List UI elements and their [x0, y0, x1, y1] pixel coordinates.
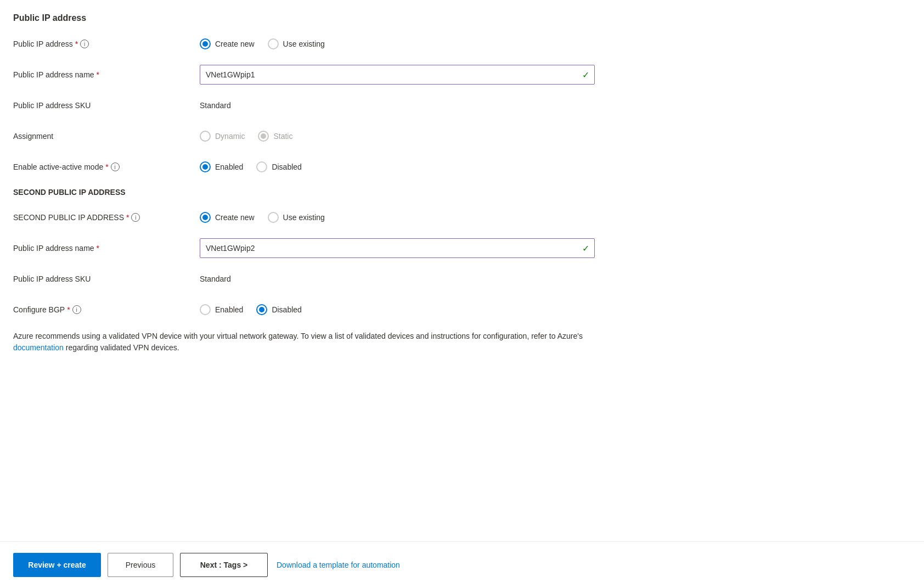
required-star-5: * — [97, 244, 99, 253]
public-ip-create-new-option[interactable]: Create new — [200, 38, 255, 49]
info-text-block: Azure recommends using a validated VPN d… — [13, 331, 617, 354]
public-ip-radio-group: Create new Use existing — [200, 38, 325, 49]
assignment-dynamic-radio[interactable] — [200, 131, 211, 142]
active-active-disabled-label: Disabled — [272, 163, 301, 171]
assignment-row: Assignment Dynamic Static — [13, 126, 636, 146]
active-active-label: Enable active-active mode * i — [13, 163, 200, 171]
configure-bgp-label-text: Configure BGP — [13, 305, 65, 314]
required-star-3: * — [105, 163, 108, 171]
active-active-control: Enabled Disabled — [200, 161, 636, 172]
footer: Review + create Previous Next : Tags > D… — [0, 541, 924, 588]
required-star-2: * — [97, 70, 99, 79]
public-ip-use-existing-label: Use existing — [283, 40, 325, 48]
public-ip-name-row: Public IP address name * ✓ — [13, 65, 636, 85]
public-ip-sku-label: Public IP address SKU — [13, 101, 200, 110]
public-ip-sku-control: Standard — [200, 101, 636, 110]
assignment-label: Assignment — [13, 132, 200, 141]
public-ip-address-row: Public IP address * i Create new Use exi… — [13, 34, 636, 54]
info-text-after: regarding validated VPN devices. — [64, 343, 179, 352]
configure-bgp-radio-group: Enabled Disabled — [200, 304, 302, 315]
public-ip-address-control: Create new Use existing — [200, 38, 636, 49]
assignment-dynamic-option[interactable]: Dynamic — [200, 131, 245, 142]
active-active-disabled-radio[interactable] — [256, 161, 267, 172]
active-active-label-text: Enable active-active mode — [13, 163, 103, 171]
configure-bgp-disabled-radio[interactable] — [256, 304, 267, 315]
second-public-ip-name-input[interactable] — [200, 238, 595, 258]
configure-bgp-enabled-radio[interactable] — [200, 304, 211, 315]
public-ip-sku-value: Standard — [200, 101, 231, 110]
public-ip-use-existing-radio[interactable] — [268, 38, 279, 49]
section2-title: SECOND PUBLIC IP ADDRESS — [13, 188, 636, 197]
second-public-ip-row: SECOND PUBLIC IP ADDRESS * i Create new … — [13, 208, 636, 227]
second-public-ip-radio-group: Create new Use existing — [200, 212, 325, 223]
second-public-ip-sku-value: Standard — [200, 275, 231, 283]
second-public-ip-use-existing-label: Use existing — [283, 213, 325, 222]
second-public-ip-create-new-label: Create new — [215, 213, 255, 222]
public-ip-create-new-radio[interactable] — [200, 38, 211, 49]
public-ip-name-label-text: Public IP address name — [13, 70, 94, 79]
section1-title: Public IP address — [13, 13, 636, 23]
second-public-ip-name-label-text: Public IP address name — [13, 244, 94, 253]
active-active-enabled-radio[interactable] — [200, 161, 211, 172]
second-public-ip-use-existing-radio[interactable] — [268, 212, 279, 223]
second-public-ip-create-new-option[interactable]: Create new — [200, 212, 255, 223]
required-star-1: * — [75, 40, 78, 48]
assignment-radio-group: Dynamic Static — [200, 131, 292, 142]
public-ip-sku-label-text: Public IP address SKU — [13, 101, 91, 110]
public-ip-address-label-text: Public IP address — [13, 40, 73, 48]
configure-bgp-enabled-label: Enabled — [215, 305, 243, 314]
public-ip-name-control: ✓ — [200, 65, 636, 85]
second-public-ip-label: SECOND PUBLIC IP ADDRESS * i — [13, 213, 200, 222]
configure-bgp-row: Configure BGP * i Enabled Disabled — [13, 300, 636, 320]
download-template-link[interactable]: Download a template for automation — [274, 556, 402, 574]
public-ip-create-new-label: Create new — [215, 40, 255, 48]
second-public-ip-control: Create new Use existing — [200, 212, 636, 223]
assignment-static-option[interactable]: Static — [258, 131, 292, 142]
second-public-ip-name-control: ✓ — [200, 238, 636, 258]
configure-bgp-info-icon[interactable]: i — [72, 305, 81, 314]
assignment-static-radio[interactable] — [258, 131, 269, 142]
second-public-ip-sku-label-text: Public IP address SKU — [13, 275, 91, 283]
second-public-ip-name-check-icon: ✓ — [582, 243, 589, 254]
active-active-enabled-label: Enabled — [215, 163, 243, 171]
second-public-ip-name-row: Public IP address name * ✓ — [13, 238, 636, 258]
configure-bgp-label: Configure BGP * i — [13, 305, 200, 314]
second-public-ip-create-new-radio[interactable] — [200, 212, 211, 223]
configure-bgp-enabled-option[interactable]: Enabled — [200, 304, 243, 315]
public-ip-info-icon[interactable]: i — [80, 40, 89, 48]
second-public-ip-name-label: Public IP address name * — [13, 244, 200, 253]
second-public-ip-name-input-wrapper: ✓ — [200, 238, 595, 258]
active-active-radio-group: Enabled Disabled — [200, 161, 302, 172]
active-active-row: Enable active-active mode * i Enabled Di… — [13, 157, 636, 177]
public-ip-name-input[interactable] — [200, 65, 595, 85]
assignment-static-label: Static — [273, 132, 292, 141]
second-public-ip-sku-row: Public IP address SKU Standard — [13, 269, 636, 289]
configure-bgp-control: Enabled Disabled — [200, 304, 636, 315]
next-button[interactable]: Next : Tags > — [180, 553, 268, 577]
public-ip-name-check-icon: ✓ — [582, 70, 589, 80]
second-public-ip-sku-label: Public IP address SKU — [13, 275, 200, 283]
public-ip-use-existing-option[interactable]: Use existing — [268, 38, 325, 49]
second-public-ip-info-icon[interactable]: i — [131, 213, 140, 222]
second-public-ip-sku-control: Standard — [200, 275, 636, 283]
second-public-ip-label-text: SECOND PUBLIC IP ADDRESS — [13, 213, 124, 222]
review-create-button[interactable]: Review + create — [13, 553, 101, 577]
public-ip-name-input-wrapper: ✓ — [200, 65, 595, 85]
public-ip-name-label: Public IP address name * — [13, 70, 200, 79]
required-star-6: * — [67, 305, 70, 314]
active-active-enabled-option[interactable]: Enabled — [200, 161, 243, 172]
public-ip-sku-row: Public IP address SKU Standard — [13, 96, 636, 115]
documentation-link[interactable]: documentation — [13, 343, 64, 352]
public-ip-address-label: Public IP address * i — [13, 40, 200, 48]
configure-bgp-disabled-label: Disabled — [272, 305, 301, 314]
assignment-dynamic-label: Dynamic — [215, 132, 245, 141]
required-star-4: * — [126, 213, 129, 222]
previous-button[interactable]: Previous — [108, 553, 173, 577]
assignment-control: Dynamic Static — [200, 131, 636, 142]
info-text-before: Azure recommends using a validated VPN d… — [13, 332, 583, 340]
second-public-ip-use-existing-option[interactable]: Use existing — [268, 212, 325, 223]
assignment-label-text: Assignment — [13, 132, 53, 141]
active-active-info-icon[interactable]: i — [111, 163, 120, 171]
configure-bgp-disabled-option[interactable]: Disabled — [256, 304, 301, 315]
active-active-disabled-option[interactable]: Disabled — [256, 161, 301, 172]
